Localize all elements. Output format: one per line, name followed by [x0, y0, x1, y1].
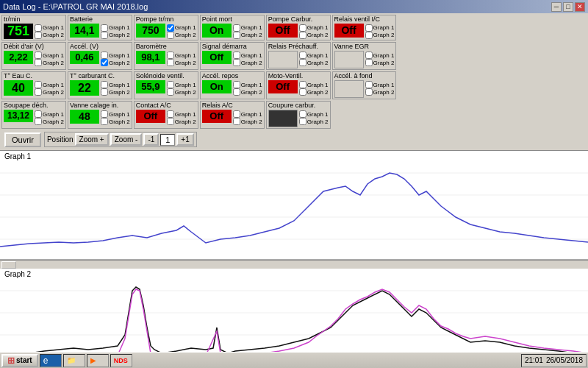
cb-vanne-egr-g2[interactable] — [365, 59, 373, 66]
cb-signal-demarra-g1[interactable] — [233, 52, 240, 59]
cb-batterie-g1[interactable] — [101, 24, 108, 32]
taskbar-folder-item[interactable]: 📁 — [63, 354, 85, 367]
position-label: Position — [47, 135, 74, 144]
value-point-mort: On — [202, 24, 232, 38]
cb-relais-ac-g2[interactable] — [233, 118, 240, 125]
label-relais-ventil: Relais ventil I/C — [334, 16, 395, 24]
plus1-button[interactable]: +1 — [176, 133, 193, 146]
cb-signal-demarra-g2[interactable] — [233, 59, 240, 66]
cb-debit-air-g1[interactable] — [35, 52, 42, 59]
cb-contact-ac-g1[interactable] — [167, 110, 174, 118]
cb-point-mort-g1[interactable] — [233, 24, 240, 32]
title-bar: Data Log - E:\PATROL GR MAI 2018.log ─ □… — [0, 0, 588, 13]
value-barometre: 98,1 — [136, 51, 165, 64]
checkboxes-pompe-carbu: Graph 1 Graph 2 — [299, 24, 329, 39]
cb-coupure-carbu-g1[interactable] — [299, 110, 306, 118]
cell-batterie: Batterie 14,1 Graph 1 Graph 2 — [68, 15, 132, 40]
cb-accel-fond-g1[interactable] — [365, 81, 373, 88]
maximize-button[interactable]: □ — [563, 2, 573, 12]
taskbar-media-item[interactable]: ▶ — [87, 354, 109, 367]
taskbar-clock: 21:01 26/05/2018 — [521, 354, 587, 367]
cb-relais-prechauff-g1[interactable] — [299, 52, 306, 59]
cb-relais-prechauff-g2[interactable] — [299, 59, 306, 66]
close-button[interactable]: ✕ — [575, 2, 585, 12]
media-icon: ▶ — [90, 356, 96, 364]
graph1-scrollbar[interactable] — [0, 260, 588, 269]
cb-point-mort-g2[interactable] — [233, 32, 240, 39]
cb-contact-ac-g2[interactable] — [167, 118, 174, 125]
cb-vanne-calage-g1[interactable] — [101, 110, 108, 118]
cb-vanne-egr-g1[interactable] — [365, 52, 373, 59]
cb-t-eau-g2[interactable] — [35, 88, 42, 96]
checkboxes-batterie: Graph 1 Graph 2 — [101, 24, 130, 39]
cell-vanne-egr: Vanne EGR Graph 1 Graph 2 — [332, 42, 397, 70]
minimize-button[interactable]: ─ — [551, 2, 562, 12]
label-pompe-carbu: Pompe Carbur. — [268, 16, 329, 24]
checkboxes-pompe-tr: Graph 1 Graph 2 — [167, 24, 196, 39]
checkboxes-coupure-carbu: Graph 1 Graph 2 — [299, 110, 329, 125]
cb-pompe-tr-g1[interactable] — [167, 24, 174, 32]
checkboxes-solenoide: Graph 1 Graph 2 — [167, 81, 196, 96]
cell-barometre: Baromètre 98,1 Graph 1 Graph 2 — [134, 42, 198, 70]
cb-relais-ventil-g2[interactable] — [365, 32, 373, 39]
checkboxes-vanne-calage: Graph 1 Graph 2 — [101, 110, 130, 125]
cb-barometre-g1[interactable] — [167, 52, 174, 59]
label-vanne-egr: Vanne EGR — [334, 43, 395, 51]
cb-accel-v-g1[interactable] — [101, 52, 108, 59]
cb-pompe-carbu-g2[interactable] — [299, 32, 306, 39]
cb-accel-fond-g2[interactable] — [365, 88, 373, 96]
cb-t-carburant-g1[interactable] — [101, 81, 108, 88]
cb-soupape-g2[interactable] — [35, 118, 42, 125]
cb-accel-v-g2[interactable] — [101, 59, 108, 66]
cb-soupape-g1[interactable] — [35, 110, 42, 118]
checkboxes-moto-ventil: Graph 1 Graph 2 — [299, 81, 329, 96]
zoom-plus-button[interactable]: Zoom + — [75, 133, 109, 146]
window-title: Data Log - E:\PATROL GR MAI 2018.log — [3, 2, 148, 11]
minus1-button[interactable]: -1 — [143, 133, 159, 146]
cb-pompe-carbu-g1[interactable] — [299, 24, 306, 32]
zoom-minus-button[interactable]: Zoom - — [110, 133, 143, 146]
label-tr-min: tr/min — [4, 16, 64, 24]
cb-solenoide-g2[interactable] — [167, 88, 174, 96]
cb-moto-ventil-g2[interactable] — [299, 88, 306, 96]
cb-tr-min-g2[interactable] — [35, 32, 42, 39]
cell-contact-ac: Contact A/C Off Graph 1 Graph 2 — [134, 101, 198, 129]
scrollbar-thumb[interactable] — [1, 261, 16, 269]
cb-pompe-tr-g2[interactable] — [167, 32, 174, 39]
label-t-eau: T° Eau C. — [4, 73, 64, 80]
cb-accel-repos-g1[interactable] — [233, 81, 240, 88]
position-value: 1 — [160, 134, 175, 146]
cb-relais-ac-g1[interactable] — [233, 110, 240, 118]
cb-barometre-g2[interactable] — [167, 59, 174, 66]
value-relais-ac: Off — [202, 110, 232, 123]
cb-relais-ventil-g1[interactable] — [365, 24, 373, 32]
cb-batterie-g2[interactable] — [101, 32, 108, 39]
cb-t-eau-g1[interactable] — [35, 81, 42, 88]
cb-accel-repos-g2[interactable] — [233, 88, 240, 96]
checkboxes-debit-air: Graph 1 Graph 2 — [35, 52, 64, 66]
open-button[interactable]: Ouvrir — [4, 132, 41, 147]
cb-t-carburant-g2[interactable] — [101, 88, 108, 96]
checkboxes-signal-demarra: Graph 1 Graph 2 — [233, 52, 262, 66]
start-button[interactable]: ⊞ start — [1, 354, 38, 367]
title-bar-buttons: ─ □ ✕ — [551, 2, 585, 12]
taskbar-ie-item[interactable]: e — [40, 354, 62, 367]
cb-solenoide-g1[interactable] — [167, 81, 174, 88]
cb-vanne-calage-g2[interactable] — [101, 118, 108, 125]
taskbar-nds-item[interactable]: NDS — [110, 354, 132, 367]
checkboxes-soupape: Graph 1 Graph 2 — [35, 110, 64, 125]
checkboxes-tr-min: Graph 1 Graph 2 — [35, 24, 64, 39]
graph1-area: Graph 1 — [0, 151, 588, 260]
cell-coupure-carbu: Coupure carbur. Graph 1 Graph 2 — [266, 101, 331, 129]
cb-moto-ventil-g1[interactable] — [299, 81, 306, 88]
cb-coupure-carbu-g2[interactable] — [299, 118, 306, 125]
value-accel-repos: On — [202, 80, 232, 93]
cell-solenoide: Solénoide ventil. 55,9 Graph 1 Graph 2 — [134, 71, 198, 99]
cb-debit-air-g2[interactable] — [35, 59, 42, 66]
start-label: start — [16, 356, 32, 364]
label-accel-fond: Accél. à fond — [334, 73, 395, 80]
label-point-mort: Point mort — [202, 16, 262, 24]
taskbar: ⊞ start e 📁 ▶ NDS 21:01 26/05/2018 — [0, 352, 588, 368]
cb-tr-min-g1[interactable] — [35, 24, 42, 32]
graph1-svg — [0, 151, 588, 260]
